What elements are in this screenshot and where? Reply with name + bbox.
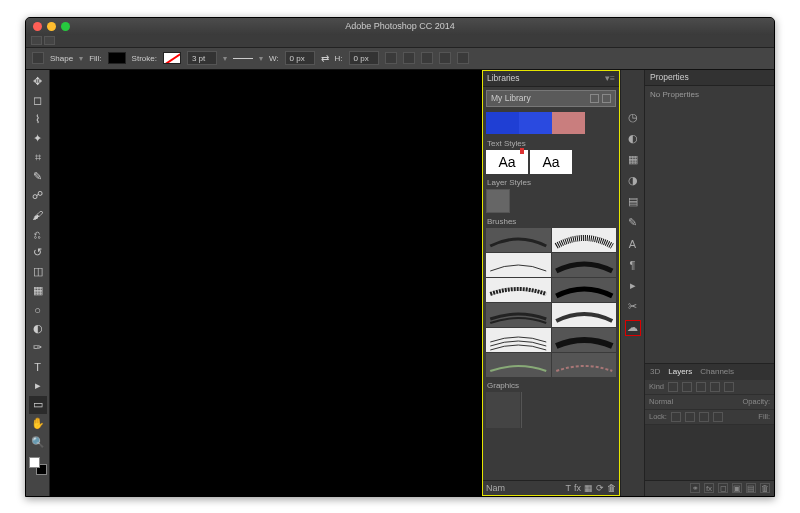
crop-tool[interactable]: ⌗	[29, 149, 47, 167]
blend-mode[interactable]: Normal	[649, 397, 673, 406]
brushes-panel-icon[interactable]: ✎	[625, 215, 641, 231]
lasso-tool[interactable]: ⌇	[29, 111, 47, 129]
adjustments-panel-icon[interactable]: ◑	[625, 173, 641, 189]
brush-item[interactable]	[552, 253, 617, 277]
pen-tool[interactable]: ✑	[29, 339, 47, 357]
layers-list[interactable]	[645, 425, 774, 480]
path-selection-tool[interactable]: ▸	[29, 377, 47, 395]
tab-layers[interactable]: Layers	[668, 367, 692, 376]
character-panel-icon[interactable]: A	[625, 236, 641, 252]
filter-smart-icon[interactable]	[724, 382, 734, 392]
shape-tool-icon[interactable]	[32, 52, 44, 64]
brush-tool[interactable]: 🖌	[29, 206, 47, 224]
delete-icon[interactable]: 🗑	[607, 483, 616, 493]
document-canvas[interactable]	[50, 70, 482, 496]
clone-stamp-tool[interactable]: ⎌	[29, 225, 47, 243]
magic-wand-tool[interactable]: ✦	[29, 130, 47, 148]
properties-tab[interactable]: Properties	[645, 70, 774, 86]
close-button[interactable]	[33, 22, 42, 31]
stroke-swatch[interactable]	[163, 52, 181, 64]
dodge-tool[interactable]: ◐	[29, 320, 47, 338]
rectangle-tool[interactable]: ▭	[29, 396, 47, 414]
text-style-item[interactable]: Aa	[486, 150, 528, 174]
link-layers-icon[interactable]: ⚭	[690, 483, 700, 493]
filter-shape-icon[interactable]	[710, 382, 720, 392]
brush-item[interactable]	[552, 228, 617, 252]
brush-item[interactable]	[486, 228, 551, 252]
swatches-panel-icon[interactable]: ▦	[625, 152, 641, 168]
hand-tool[interactable]: ✋	[29, 415, 47, 433]
brush-item[interactable]	[486, 328, 551, 352]
gear-icon[interactable]	[439, 52, 451, 64]
brush-item[interactable]	[552, 328, 617, 352]
layer-mask-icon[interactable]: ◻	[718, 483, 728, 493]
tab-channels[interactable]: Channels	[700, 367, 734, 376]
type-tool[interactable]: T	[29, 358, 47, 376]
brush-item[interactable]	[486, 303, 551, 327]
fill-swatch[interactable]	[108, 52, 126, 64]
graphic-item[interactable]	[521, 392, 555, 428]
stroke-label: Stroke:	[132, 54, 157, 63]
libraries-panel-icon[interactable]: ☁	[625, 320, 641, 336]
eyedropper-tool[interactable]: ✎	[29, 168, 47, 186]
actions-panel-icon[interactable]: ▸	[625, 278, 641, 294]
sync-icon[interactable]: ⟳	[596, 483, 604, 493]
menu-item[interactable]	[31, 36, 42, 45]
align-edges-icon[interactable]	[457, 52, 469, 64]
new-layer-icon[interactable]: ▤	[746, 483, 756, 493]
path-arrangement-icon[interactable]	[421, 52, 433, 64]
gradient-tool[interactable]: ▦	[29, 282, 47, 300]
delete-layer-icon[interactable]: 🗑	[760, 483, 770, 493]
path-operations-icon[interactable]	[385, 52, 397, 64]
stroke-width-input[interactable]: 3 pt	[187, 51, 217, 65]
grid-view-icon[interactable]	[602, 94, 611, 103]
filter-adjustment-icon[interactable]	[682, 382, 692, 392]
filter-type-icon[interactable]	[696, 382, 706, 392]
height-input[interactable]: 0 px	[349, 51, 379, 65]
minimize-button[interactable]	[47, 22, 56, 31]
panel-menu-icon[interactable]: ▾≡	[605, 73, 615, 83]
width-input[interactable]: 0 px	[285, 51, 315, 65]
add-graphic-icon[interactable]: ▦	[584, 483, 593, 493]
color-swatch[interactable]	[519, 112, 552, 134]
brush-item[interactable]	[486, 353, 551, 377]
brush-item[interactable]	[552, 278, 617, 302]
foreground-background-colors[interactable]	[29, 457, 47, 475]
tab-3d[interactable]: 3D	[650, 367, 660, 376]
info-panel-icon[interactable]: ✂	[625, 299, 641, 315]
healing-brush-tool[interactable]: ☍	[29, 187, 47, 205]
eraser-tool[interactable]: ◫	[29, 263, 47, 281]
brush-item[interactable]	[552, 303, 617, 327]
brush-item[interactable]	[486, 278, 551, 302]
history-panel-icon[interactable]: ◷	[625, 110, 641, 126]
new-group-icon[interactable]: ▣	[732, 483, 742, 493]
zoom-tool[interactable]: 🔍	[29, 434, 47, 452]
add-layer-style-icon[interactable]: fx	[574, 483, 581, 493]
layer-style-icon[interactable]: fx	[704, 483, 714, 493]
blur-tool[interactable]: ○	[29, 301, 47, 319]
history-brush-tool[interactable]: ↺	[29, 244, 47, 262]
zoom-button[interactable]	[61, 22, 70, 31]
color-swatch[interactable]	[486, 112, 519, 134]
marquee-tool[interactable]: ◻	[29, 92, 47, 110]
library-selector[interactable]: My Library	[486, 90, 616, 107]
move-tool[interactable]: ✥	[29, 73, 47, 91]
color-swatch[interactable]	[552, 112, 585, 134]
add-text-style-icon[interactable]: T	[565, 483, 571, 493]
text-style-item[interactable]: Aa	[530, 150, 572, 174]
paragraph-panel-icon[interactable]: ¶	[625, 257, 641, 273]
layer-style-item[interactable]	[486, 189, 510, 213]
path-alignment-icon[interactable]	[403, 52, 415, 64]
styles-panel-icon[interactable]: ▤	[625, 194, 641, 210]
lock-position-icon[interactable]	[699, 412, 709, 422]
lock-pixels-icon[interactable]	[685, 412, 695, 422]
list-view-icon[interactable]	[590, 94, 599, 103]
menu-item[interactable]	[44, 36, 55, 45]
filter-pixel-icon[interactable]	[668, 382, 678, 392]
brush-item[interactable]	[486, 253, 551, 277]
graphic-item[interactable]	[486, 392, 520, 428]
brush-item[interactable]	[552, 353, 617, 377]
lock-transparent-icon[interactable]	[671, 412, 681, 422]
color-panel-icon[interactable]: ◐	[625, 131, 641, 147]
lock-all-icon[interactable]	[713, 412, 723, 422]
